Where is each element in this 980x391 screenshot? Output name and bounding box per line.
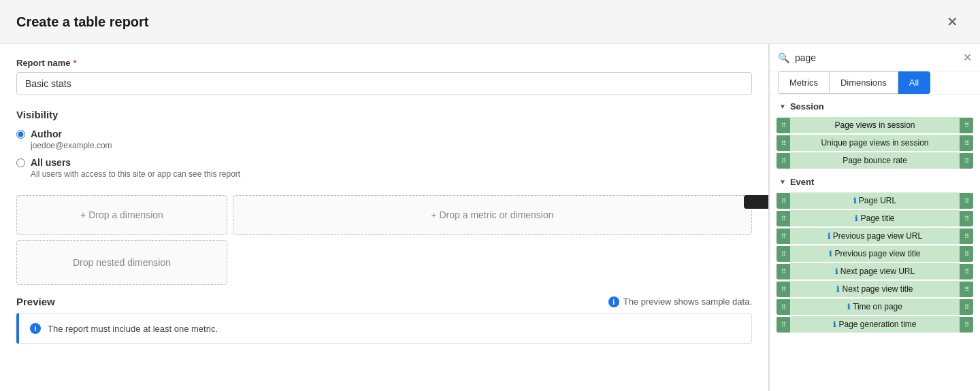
session-section: ▼ Session ⠿ Page views in session ⠿ ⠿ Un… bbox=[770, 95, 980, 170]
drag-handle-right[interactable]: ⠿ bbox=[960, 264, 973, 279]
event-chevron: ▼ bbox=[779, 178, 786, 186]
drag-handle-left[interactable]: ⠿ bbox=[777, 228, 790, 244]
author-label: Author bbox=[31, 129, 112, 139]
report-name-group: Report name * bbox=[16, 58, 752, 95]
all-users-radio[interactable] bbox=[16, 158, 25, 167]
drag-handle-right[interactable]: ⠿ bbox=[960, 153, 973, 169]
item-label-time-on-page: Time on page bbox=[790, 299, 960, 315]
visibility-title: Visibility bbox=[16, 109, 752, 120]
preview-info-icon: i bbox=[608, 296, 619, 307]
search-bar: 🔍 ✕ bbox=[770, 44, 980, 71]
drag-handle-left[interactable]: ⠿ bbox=[777, 193, 790, 209]
list-item[interactable]: ⠿ Page views in session ⠿ bbox=[777, 117, 973, 133]
drop-metric-zone[interactable]: + Drop a metric or dimension bbox=[233, 195, 752, 235]
item-label-page-url: Page URL bbox=[790, 192, 960, 209]
drop-nested-zone[interactable]: Drop nested dimension bbox=[16, 240, 227, 285]
event-label: Event bbox=[790, 177, 814, 187]
required-star: * bbox=[73, 58, 76, 68]
all-users-desc: All users with access to this site or ap… bbox=[31, 169, 240, 179]
session-header[interactable]: ▼ Session bbox=[770, 95, 980, 116]
drag-handle-left[interactable]: ⠿ bbox=[777, 118, 790, 133]
preview-message: The report must include at least one met… bbox=[48, 324, 218, 334]
drag-handle-left[interactable]: ⠿ bbox=[777, 246, 790, 262]
list-item[interactable]: ⠿ Page title ⠿ bbox=[777, 210, 973, 226]
item-label-page-title: Page title bbox=[790, 210, 960, 226]
report-name-input[interactable] bbox=[16, 72, 752, 95]
filter-tabs: Metrics Dimensions All bbox=[770, 71, 980, 95]
all-users-option[interactable]: All users All users with access to this … bbox=[16, 157, 752, 179]
drag-handle-left[interactable]: ⠿ bbox=[777, 264, 790, 279]
drag-handle-right[interactable]: ⠿ bbox=[960, 135, 973, 151]
search-icon: 🔍 bbox=[778, 52, 789, 63]
item-label-prev-page-title: Previous page view title bbox=[790, 245, 960, 262]
drag-handle-right[interactable]: ⠿ bbox=[960, 246, 973, 262]
drag-handle-left[interactable]: ⠿ bbox=[777, 153, 790, 169]
drag-handle-right[interactable]: ⠿ bbox=[960, 299, 973, 315]
list-item[interactable]: ⠿ Next page view title ⠿ bbox=[777, 281, 973, 297]
tab-all[interactable]: All bbox=[898, 71, 930, 94]
list-item[interactable]: ⠿ Page bounce rate ⠿ bbox=[777, 152, 973, 169]
drop-zones-wrapper: + Drop a dimension + Drop a metric or di… bbox=[16, 195, 752, 285]
search-input[interactable] bbox=[795, 52, 958, 63]
preview-title: Preview bbox=[16, 296, 55, 307]
report-name-label: Report name * bbox=[16, 58, 752, 68]
drop-dimension-zone[interactable]: + Drop a dimension bbox=[16, 195, 227, 235]
drag-handle-right[interactable]: ⠿ bbox=[960, 317, 973, 333]
preview-section: Preview i The preview shows sample data.… bbox=[16, 296, 752, 344]
event-section: ▼ Event ⠿ Page URL ⠿ ⠿ Page title ⠿ ⠿ Pr… bbox=[770, 170, 980, 334]
author-email: joedoe@example.com bbox=[31, 141, 112, 150]
close-button[interactable]: ✕ bbox=[941, 11, 964, 33]
session-chevron: ▼ bbox=[779, 103, 786, 110]
drag-handle-right[interactable]: ⠿ bbox=[960, 282, 973, 297]
drop-nested-row: Drop nested dimension bbox=[16, 240, 752, 285]
list-item[interactable]: ⠿ Page generation time ⠿ bbox=[777, 316, 973, 333]
list-item[interactable]: ⠿ Page URL ⠿ bbox=[777, 192, 973, 209]
list-item[interactable]: ⠿ Next page view URL ⠿ bbox=[777, 263, 973, 279]
list-item[interactable]: ⠿ Previous page view URL ⠿ bbox=[777, 228, 973, 244]
author-radio[interactable] bbox=[16, 130, 25, 139]
visibility-section: Visibility Author joedoe@example.com All… bbox=[16, 109, 752, 179]
clear-search-button[interactable]: ✕ bbox=[963, 51, 972, 64]
drag-handle-right[interactable]: ⠿ bbox=[960, 118, 973, 133]
drag-handle-left[interactable]: ⠿ bbox=[777, 317, 790, 333]
item-label-page-views-session: Page views in session bbox=[790, 117, 960, 133]
item-label-next-page-url: Next page view URL bbox=[790, 263, 960, 279]
drag-handle-left[interactable]: ⠿ bbox=[777, 299, 790, 315]
item-label-unique-page-views: Unique page views in session bbox=[790, 135, 960, 151]
session-label: Session bbox=[790, 101, 824, 112]
modal-header: Create a table report ✕ bbox=[0, 0, 980, 44]
list-item[interactable]: ⠿ Unique page views in session ⠿ bbox=[777, 135, 973, 151]
right-panel: 🔍 ✕ Metrics Dimensions All ▼ Session ⠿ P… bbox=[769, 44, 980, 391]
author-option[interactable]: Author joedoe@example.com bbox=[16, 129, 752, 150]
preview-box-icon: i bbox=[30, 323, 41, 334]
item-label-page-gen-time: Page generation time bbox=[790, 316, 960, 333]
all-users-label: All users bbox=[31, 157, 240, 168]
tab-dimensions[interactable]: Dimensions bbox=[829, 71, 898, 94]
drag-handle-left[interactable]: ⠿ bbox=[777, 282, 790, 297]
drop-zone-row: + Drop a dimension + Drop a metric or di… bbox=[16, 195, 752, 235]
drag-handle-right[interactable]: ⠿ bbox=[960, 193, 973, 209]
preview-header: Preview i The preview shows sample data. bbox=[16, 296, 752, 307]
drag-handle-left[interactable]: ⠿ bbox=[777, 135, 790, 151]
list-item[interactable]: ⠿ Previous page view title ⠿ bbox=[777, 245, 973, 262]
drag-handle-right[interactable]: ⠿ bbox=[960, 228, 973, 244]
drag-handle-right[interactable]: ⠿ bbox=[960, 211, 973, 226]
drag-handle-left[interactable]: ⠿ bbox=[777, 211, 790, 226]
item-label-page-bounce-rate: Page bounce rate bbox=[790, 152, 960, 169]
preview-note: i The preview shows sample data. bbox=[608, 296, 752, 307]
preview-box: i The report must include at least one m… bbox=[16, 313, 752, 344]
modal-title: Create a table report bbox=[16, 14, 149, 30]
modal-body: Report name * Visibility Author joedoe@e… bbox=[0, 44, 980, 391]
left-panel: Report name * Visibility Author joedoe@e… bbox=[0, 44, 769, 391]
item-label-prev-page-url: Previous page view URL bbox=[790, 228, 960, 244]
list-item[interactable]: ⠿ Time on page ⠿ bbox=[777, 299, 973, 315]
event-header[interactable]: ▼ Event bbox=[770, 170, 980, 191]
tab-metrics[interactable]: Metrics bbox=[778, 71, 829, 94]
item-label-next-page-title: Next page view title bbox=[790, 281, 960, 297]
